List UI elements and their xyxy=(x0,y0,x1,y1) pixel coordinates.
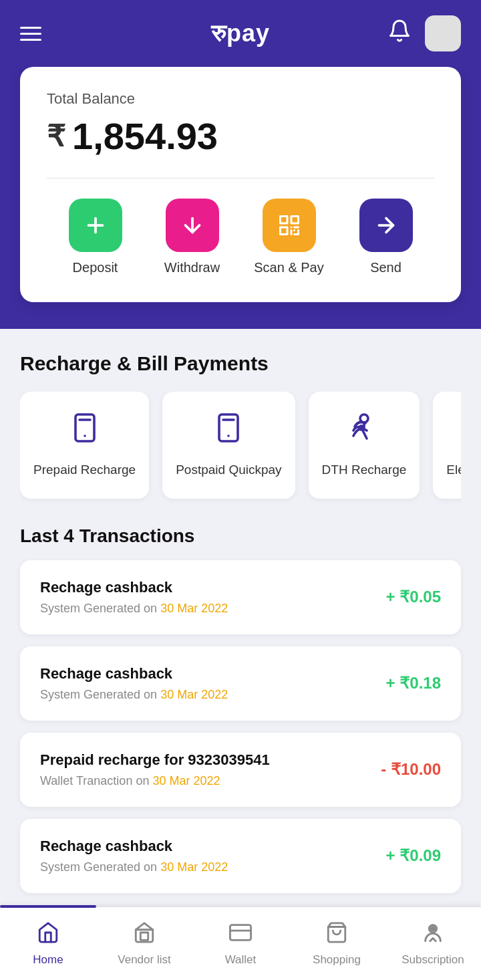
vendor-icon xyxy=(133,921,156,949)
transaction-amount: + ₹0.18 xyxy=(386,674,441,693)
transaction-title: Rechage cashback xyxy=(40,665,228,683)
nav-item-shopping[interactable]: Shopping xyxy=(289,921,385,967)
postpaid-card[interactable]: Postpaid Quickpay xyxy=(162,392,295,499)
home-active-indicator xyxy=(0,905,96,908)
shopping-icon xyxy=(325,921,348,949)
table-row: Rechage cashback System Generated on 30 … xyxy=(20,560,461,634)
wallet-label: Wallet xyxy=(225,953,257,967)
balance-amount: ₹ 1,854.93 xyxy=(47,114,434,158)
wallet-icon xyxy=(229,921,252,949)
nav-item-subscription[interactable]: Subscription xyxy=(385,921,481,967)
send-label: Send xyxy=(370,260,402,275)
transactions-section: Last 4 Transactions Rechage cashback Sys… xyxy=(0,519,481,925)
transaction-info: Rechage cashback System Generated on 30 … xyxy=(40,838,228,874)
withdraw-icon xyxy=(166,199,219,252)
transaction-info: Rechage cashback System Generated on 30 … xyxy=(40,579,228,616)
avatar[interactable] xyxy=(425,15,461,51)
electricity-card[interactable]: Electricity Payment xyxy=(433,392,461,499)
electricity-label: Electricity Payment xyxy=(446,462,461,479)
scan-pay-button[interactable]: Scan & Pay xyxy=(240,199,337,275)
notification-bell-icon[interactable] xyxy=(387,19,412,48)
postpaid-phone-icon xyxy=(212,412,245,451)
deposit-label: Deposit xyxy=(73,260,118,275)
transaction-subtitle: System Generated on 30 Mar 2022 xyxy=(40,860,228,874)
svg-rect-16 xyxy=(219,414,238,441)
menu-button[interactable] xyxy=(20,27,41,41)
transaction-subtitle: System Generated on 30 Mar 2022 xyxy=(40,602,228,616)
subscription-icon xyxy=(422,921,444,949)
scan-icon xyxy=(263,199,316,252)
currency-symbol: ₹ xyxy=(47,119,65,153)
balance-value: 1,854.93 xyxy=(72,114,218,158)
svg-rect-13 xyxy=(75,414,94,441)
transaction-amount: - ₹10.00 xyxy=(381,760,441,779)
send-button[interactable]: Send xyxy=(337,199,434,275)
app-header: रुpay xyxy=(0,0,481,67)
balance-section: Total Balance ₹ 1,854.93 Deposit xyxy=(0,67,481,329)
send-icon xyxy=(359,199,413,252)
nav-item-home[interactable]: Home xyxy=(0,921,96,967)
svg-rect-4 xyxy=(291,217,299,224)
transaction-title: Prepaid recharge for 9323039541 xyxy=(40,751,270,769)
svg-rect-26 xyxy=(230,925,251,940)
balance-label: Total Balance xyxy=(47,90,434,108)
svg-rect-5 xyxy=(280,227,287,235)
dth-card[interactable]: DTH Recharge xyxy=(309,392,420,499)
svg-point-30 xyxy=(431,927,435,931)
dth-label: DTH Recharge xyxy=(322,462,407,479)
recharge-cards: Prepaid Recharge Postpaid Quickpay xyxy=(20,392,461,505)
app-logo: रुpay xyxy=(211,19,270,47)
deposit-icon xyxy=(69,199,122,252)
svg-point-22 xyxy=(359,426,363,430)
prepaid-label: Prepaid Recharge xyxy=(33,462,136,479)
transaction-info: Prepaid recharge for 9323039541 Wallet T… xyxy=(40,751,270,788)
table-row: Prepaid recharge for 9323039541 Wallet T… xyxy=(20,733,461,807)
transaction-title: Rechage cashback xyxy=(40,838,228,855)
svg-rect-3 xyxy=(280,217,287,224)
transactions-title: Last 4 Transactions xyxy=(20,525,461,547)
nav-item-wallet[interactable]: Wallet xyxy=(192,921,289,967)
deposit-button[interactable]: Deposit xyxy=(47,199,144,275)
home-icon xyxy=(37,921,59,949)
dth-satellite-icon xyxy=(348,412,380,451)
transaction-title: Rechage cashback xyxy=(40,579,228,596)
action-buttons: Deposit Withdraw xyxy=(47,199,434,275)
recharge-section: Recharge & Bill Payments Prepaid Recharg… xyxy=(0,329,481,519)
postpaid-label: Postpaid Quickpay xyxy=(176,462,281,479)
table-row: Rechage cashback System Generated on 30 … xyxy=(20,646,461,721)
home-label: Home xyxy=(33,953,63,967)
transaction-subtitle: Wallet Tranaction on 30 Mar 2022 xyxy=(40,774,270,788)
withdraw-button[interactable]: Withdraw xyxy=(144,199,240,275)
shopping-label: Shopping xyxy=(313,953,361,967)
nav-item-vendor[interactable]: Vendor list xyxy=(96,921,192,967)
transaction-amount: + ₹0.09 xyxy=(386,846,441,865)
balance-divider xyxy=(47,178,434,178)
balance-card: Total Balance ₹ 1,854.93 Deposit xyxy=(20,67,461,302)
scan-label: Scan & Pay xyxy=(254,260,324,275)
vendor-label: Vendor list xyxy=(118,953,170,967)
prepaid-phone-icon xyxy=(69,412,101,451)
svg-rect-24 xyxy=(140,933,148,940)
table-row: Rechage cashback System Generated on 30 … xyxy=(20,819,461,893)
recharge-title: Recharge & Bill Payments xyxy=(20,352,461,375)
bottom-nav: Home Vendor list Wallet xyxy=(0,906,481,980)
prepaid-recharge-card[interactable]: Prepaid Recharge xyxy=(20,392,149,499)
transaction-amount: + ₹0.05 xyxy=(386,588,441,606)
subscription-label: Subscription xyxy=(402,953,464,967)
withdraw-label: Withdraw xyxy=(164,260,220,275)
transaction-info: Rechage cashback System Generated on 30 … xyxy=(40,665,228,702)
transaction-subtitle: System Generated on 30 Mar 2022 xyxy=(40,688,228,702)
header-right xyxy=(387,15,461,51)
